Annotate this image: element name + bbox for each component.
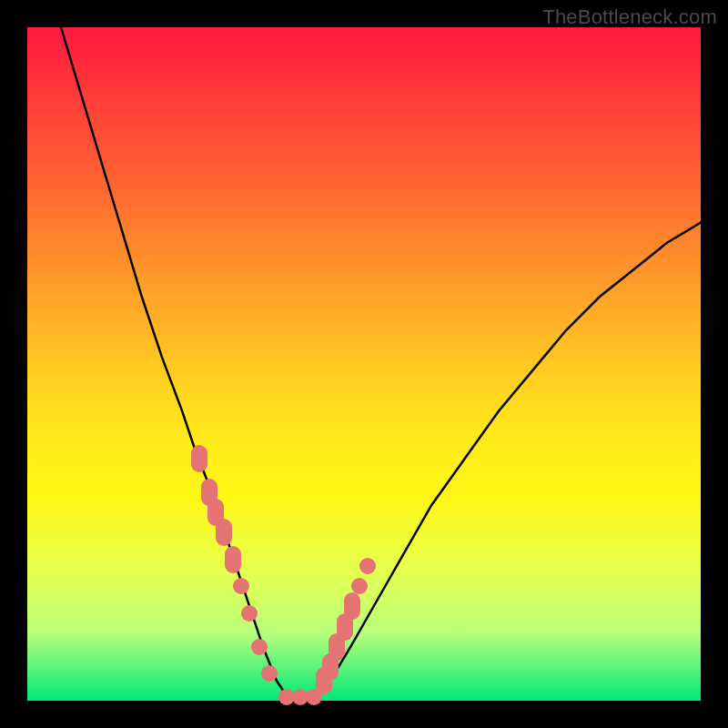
curve-svg [27,27,701,701]
highlight-marker [191,445,207,472]
highlight-marker [251,639,268,655]
highlight-marker [359,558,376,574]
highlight-marker [233,578,249,594]
highlight-marker [344,592,360,620]
highlight-marker [216,519,232,546]
watermark-text: TheBottleneck.com [542,5,717,29]
highlight-marker [241,605,258,622]
highlight-marker [351,578,368,594]
highlight-marker [225,546,241,573]
bottleneck-curve [61,27,701,701]
plot-area [27,27,701,701]
highlight-marker [261,665,278,682]
